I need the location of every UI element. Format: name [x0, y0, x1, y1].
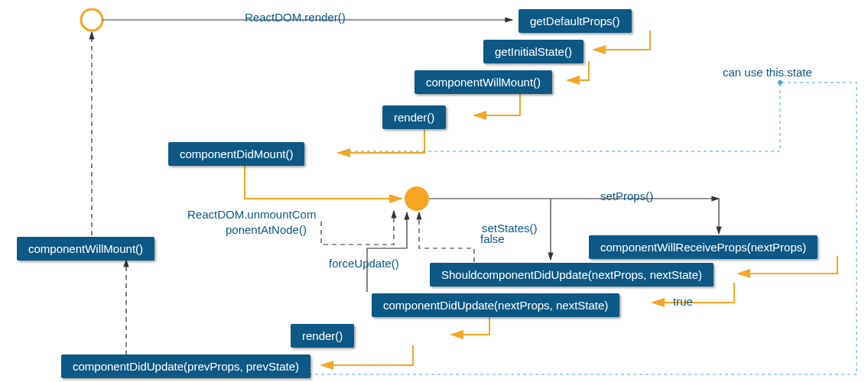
node-shouldcomponentdidupdate: ShouldcomponentDidUpdate(nextProps, next… [430, 263, 714, 286]
node-componentdidupdate-bottom: componentDidUpdate(prevProps, prevState) [61, 354, 310, 378]
svg-point-4 [778, 80, 782, 85]
node-componentwillreceiveprops: componentWillReceiveProps(nextProps) [589, 235, 818, 259]
label-forceupdate: forceUpdate() [329, 257, 399, 270]
label-unmount2: ponentAtNode() [226, 223, 307, 236]
node-componentwillmount: componentWillMount() [414, 70, 552, 94]
svg-point-0 [81, 9, 102, 31]
label-setprops: setProps() [600, 189, 653, 202]
node-componentdidmount: componentDidMount() [168, 142, 304, 166]
svg-point-2 [405, 186, 429, 211]
node-componentdidupdate-mid: componentDidUpdate(nextProps, nextState) [372, 293, 619, 317]
label-unmount1: ReactDOM.unmountCom [187, 208, 316, 221]
node-render: render() [382, 105, 446, 129]
connectors [0, 0, 868, 382]
node-left-componentwillmount: componentWillMount() [17, 237, 154, 261]
label-can-use-state: can use this.state [723, 66, 812, 79]
node-getinitialstate: getInitialState() [483, 40, 584, 63]
node-render2: render() [291, 324, 354, 348]
diagram-stage: ReactDOM.render() can use this.state set… [0, 0, 868, 382]
label-true: true [673, 295, 693, 308]
node-getdefaultprops: getDefaultProps() [519, 9, 632, 33]
label-false: false [480, 232, 505, 245]
label-start: ReactDOM.render() [245, 11, 346, 24]
